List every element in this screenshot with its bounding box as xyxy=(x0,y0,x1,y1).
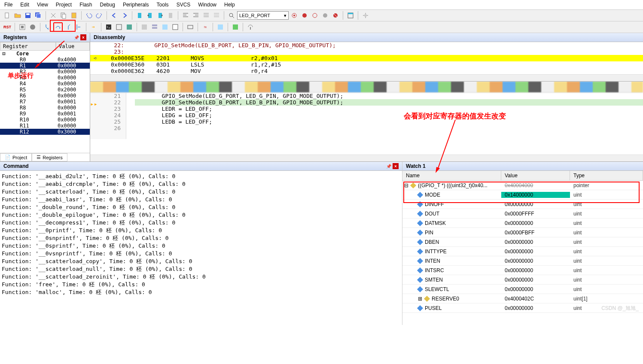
watch-row[interactable]: MODE0x14000000uint xyxy=(402,190,643,200)
bookmark-icon[interactable] xyxy=(135,11,144,20)
register-row[interactable]: R20x0000 xyxy=(0,69,90,75)
menu-view[interactable]: View xyxy=(37,2,48,8)
menu-edit[interactable]: Edit xyxy=(20,2,29,8)
menu-help[interactable]: Help xyxy=(224,2,235,8)
trace-icon[interactable] xyxy=(216,22,225,32)
command-window-icon[interactable] xyxy=(104,22,113,32)
registers-window-icon[interactable] xyxy=(140,22,149,32)
code-line[interactable]: GPIO_SetMode(LED_G_PORT, LED_G_PIN, GPIO… xyxy=(135,93,643,99)
reset-icon[interactable]: RST xyxy=(3,22,12,32)
uncomment-icon[interactable] xyxy=(212,11,221,20)
register-row[interactable]: R100x0000 xyxy=(0,117,90,123)
bookmark-next-icon[interactable] xyxy=(155,11,165,20)
paste-icon[interactable] xyxy=(69,11,79,20)
disasm-line[interactable]: 0x0000E3624620MOVr0,r4 xyxy=(90,68,643,74)
disassembly-body[interactable]: 22: GPIO_SetMode(LED_B_PORT, LED_B_PIN, … xyxy=(90,42,643,74)
menu-svcs[interactable]: SVCS xyxy=(177,2,191,8)
code-line[interactable]: LEDR = LED_OFF; xyxy=(135,106,643,112)
cut-icon[interactable] xyxy=(49,11,58,20)
watch-row[interactable]: DOUT0x0000FFFFuint xyxy=(402,209,643,218)
watch-row[interactable]: DATMSK0x00000000uint xyxy=(402,218,643,228)
comment-icon[interactable] xyxy=(201,11,211,20)
register-row[interactable]: R60x0000 xyxy=(0,93,90,99)
watch-row[interactable]: INTTYPE0x00000000uint xyxy=(402,247,643,256)
scrollbar-h[interactable] xyxy=(90,74,643,81)
menu-file[interactable]: File xyxy=(4,2,12,8)
memory-window-icon[interactable] xyxy=(171,22,180,32)
analysis-icon[interactable]: ≈ xyxy=(201,22,210,32)
register-row[interactable]: R120x3000 xyxy=(0,129,90,135)
register-row[interactable]: R90x0001 xyxy=(0,111,90,117)
breakpoint-insert-icon[interactable] xyxy=(300,11,309,20)
watch-head-type[interactable]: Type xyxy=(570,171,643,180)
window-icon[interactable] xyxy=(346,11,355,20)
save-icon[interactable] xyxy=(23,11,33,20)
pin-icon[interactable]: 📌 xyxy=(73,34,79,40)
toolbox-icon[interactable] xyxy=(246,22,255,32)
stop-icon[interactable] xyxy=(28,22,37,32)
show-next-icon[interactable] xyxy=(89,22,98,32)
indent-out-icon[interactable] xyxy=(181,11,190,20)
bookmark-clear-icon[interactable] xyxy=(166,11,175,20)
watch-row[interactable]: SMTEN0x00000000uint xyxy=(402,275,643,285)
step-into-icon[interactable] xyxy=(43,22,52,32)
register-row[interactable]: R70x0001 xyxy=(0,99,90,105)
back-icon[interactable] xyxy=(110,11,119,20)
undo-icon[interactable] xyxy=(84,11,94,20)
watch-head-value[interactable]: Value xyxy=(501,171,570,180)
indent-in-icon[interactable] xyxy=(191,11,201,20)
menu-debug[interactable]: Debug xyxy=(100,2,115,8)
watch-row[interactable]: DINOFF0x00000000uint xyxy=(402,200,643,209)
step-over-icon[interactable] xyxy=(53,22,63,32)
find-combo[interactable]: LED_R_PORT▾ xyxy=(237,11,289,20)
watch-head-name[interactable]: Name xyxy=(402,171,501,180)
step-out-icon[interactable] xyxy=(64,22,73,32)
scrollbar-h[interactable] xyxy=(90,155,643,161)
watch-row[interactable]: ⊞ RESERVE00x4000402Cuint[1] xyxy=(402,294,643,303)
register-row[interactable]: R40x0000 xyxy=(0,81,90,87)
open-icon[interactable] xyxy=(13,11,22,20)
call-stack-icon[interactable] xyxy=(150,22,159,32)
register-row[interactable]: R00x4000 xyxy=(0,57,90,63)
pin-icon[interactable]: 📌 xyxy=(386,163,392,169)
watch-root[interactable]: ⊟ ((GPIO_T *) (((uint32_t)0x40...0x40004… xyxy=(402,181,643,190)
register-row[interactable]: R110x0000 xyxy=(0,123,90,129)
copy-icon[interactable] xyxy=(59,11,68,20)
run-icon[interactable] xyxy=(18,22,27,32)
disasm-line[interactable]: ➪0x0000E35E2201MOVSr2,#0x01 xyxy=(90,55,643,61)
debug-icon[interactable] xyxy=(290,11,299,20)
breakpoint-disable-icon[interactable] xyxy=(320,11,330,20)
menu-window[interactable]: Window xyxy=(198,2,216,8)
symbols-window-icon[interactable] xyxy=(125,22,134,32)
breakpoint-kill-icon[interactable] xyxy=(331,11,340,20)
code-line[interactable]: GPIO_SetMode(LED_B_PORT, LED_B_PIN, GPIO… xyxy=(135,99,643,106)
menu-project[interactable]: Project xyxy=(56,2,72,8)
menu-peripherals[interactable]: Peripherals xyxy=(123,2,149,8)
code-line[interactable]: LEDG = LED_OFF; xyxy=(135,112,643,118)
code-line[interactable]: LEDB = LED_OFF; xyxy=(135,118,643,125)
command-output[interactable]: Function: '__aeabi_d2ulz', Time: 0 秠 (0%… xyxy=(0,171,402,325)
system-viewer-icon[interactable] xyxy=(231,22,240,32)
bookmark-prev-icon[interactable] xyxy=(145,11,155,20)
save-all-icon[interactable] xyxy=(34,11,43,20)
watch-row[interactable]: PIN0x0000FBFFuint xyxy=(402,228,643,237)
breakpoint-enable-icon[interactable] xyxy=(310,11,320,20)
code-editor[interactable]: ▸▸ 212223242526 GPIO_SetMode(LED_G_PORT,… xyxy=(90,82,643,161)
register-row[interactable]: R10x0000 xyxy=(0,63,90,69)
register-row[interactable]: R80x0000 xyxy=(0,105,90,111)
redo-icon[interactable] xyxy=(94,11,104,20)
config-icon[interactable] xyxy=(361,11,370,20)
tab-project[interactable]: 📄Project xyxy=(0,153,32,161)
watch-row[interactable]: SLEWCTL0x00000000uint xyxy=(402,285,643,294)
tab-registers[interactable]: ☰Registers xyxy=(32,153,67,161)
menu-tools[interactable]: Tools xyxy=(157,2,169,8)
disasm-window-icon[interactable] xyxy=(114,22,124,32)
watch-row[interactable]: INTEN0x00000000uint xyxy=(402,256,643,266)
watch-body[interactable]: ⊟ ((GPIO_T *) (((uint32_t)0x40...0x40004… xyxy=(402,181,643,325)
watch-row[interactable]: DBEN0x00000000uint xyxy=(402,237,643,247)
menu-flash[interactable]: Flash xyxy=(79,2,92,8)
disasm-line[interactable]: 0x0000E36003D1LSLSr1,r2,#15 xyxy=(90,61,643,68)
forward-icon[interactable] xyxy=(120,11,129,20)
close-icon[interactable]: × xyxy=(393,163,399,169)
register-row[interactable]: R50x2000 xyxy=(0,87,90,93)
